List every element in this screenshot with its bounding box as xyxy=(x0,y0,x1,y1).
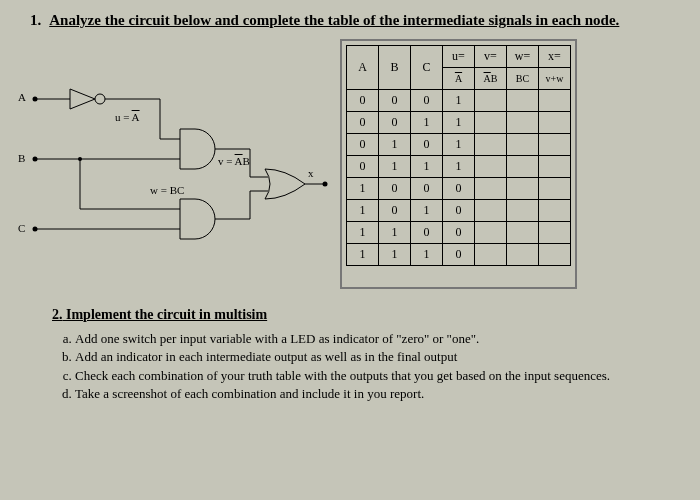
list-item: Take a screenshot of each combination an… xyxy=(75,386,670,402)
header-row-1: A B C u= v= w= x= xyxy=(347,46,571,68)
svg-marker-2 xyxy=(70,89,95,109)
table-row: 0011 xyxy=(347,112,571,134)
cell-empty xyxy=(539,156,571,178)
content-row: A B C u = A v = AB w = BC x A B C u= v= … xyxy=(30,39,670,289)
q1-text: Analyze the circuit below and complete t… xyxy=(49,12,619,29)
table-row: 0101 xyxy=(347,134,571,156)
list-item: Add one switch per input variable with a… xyxy=(75,331,670,347)
truth-table-wrap: A B C u= v= w= x= A AB BC v+w 0001001101… xyxy=(340,39,577,289)
cell-empty xyxy=(475,112,507,134)
svg-point-8 xyxy=(33,157,38,162)
cell-empty xyxy=(539,222,571,244)
cell: 1 xyxy=(347,222,379,244)
table-row: 1010 xyxy=(347,200,571,222)
cell-empty xyxy=(507,112,539,134)
list-item: Check each combination of your truth tab… xyxy=(75,368,670,384)
cell: 1 xyxy=(379,222,411,244)
cell-empty xyxy=(475,90,507,112)
table-row: 1000 xyxy=(347,178,571,200)
question-2-header: 2. Implement the circuit in multisim xyxy=(52,307,670,323)
cell-empty xyxy=(507,156,539,178)
label-b: B xyxy=(18,152,25,164)
cell-empty xyxy=(475,134,507,156)
th-c: C xyxy=(411,46,443,90)
cell-u: 1 xyxy=(443,112,475,134)
cell-empty xyxy=(507,222,539,244)
cell-empty xyxy=(507,134,539,156)
table-row: 0111 xyxy=(347,156,571,178)
cell-empty xyxy=(507,200,539,222)
svg-point-3 xyxy=(95,94,105,104)
cell: 1 xyxy=(411,156,443,178)
cell-empty xyxy=(507,178,539,200)
svg-point-1 xyxy=(33,97,38,102)
cell-empty xyxy=(475,156,507,178)
th2-x: v+w xyxy=(539,68,571,90)
cell: 1 xyxy=(411,112,443,134)
cell: 1 xyxy=(347,244,379,266)
svg-point-21 xyxy=(323,182,328,187)
table-row: 1100 xyxy=(347,222,571,244)
th-w: w= xyxy=(507,46,539,68)
cell: 0 xyxy=(379,178,411,200)
cell-empty xyxy=(539,244,571,266)
cell-u: 0 xyxy=(443,200,475,222)
th-b: B xyxy=(379,46,411,90)
cell: 1 xyxy=(347,178,379,200)
cell: 0 xyxy=(379,90,411,112)
label-x: x xyxy=(308,167,314,179)
cell-u: 1 xyxy=(443,156,475,178)
th-x: x= xyxy=(539,46,571,68)
q2-number: 2. xyxy=(52,307,63,322)
table-row: 0001 xyxy=(347,90,571,112)
cell-u: 0 xyxy=(443,178,475,200)
cell: 0 xyxy=(411,90,443,112)
cell-empty xyxy=(539,178,571,200)
cell: 0 xyxy=(379,112,411,134)
cell-empty xyxy=(539,134,571,156)
cell: 1 xyxy=(379,156,411,178)
q2-list: Add one switch per input variable with a… xyxy=(75,331,670,402)
cell-empty xyxy=(507,90,539,112)
table-row: 1110 xyxy=(347,244,571,266)
truth-table: A B C u= v= w= x= A AB BC v+w 0001001101… xyxy=(346,45,571,266)
svg-point-13 xyxy=(33,227,38,232)
cell: 1 xyxy=(347,200,379,222)
cell: 1 xyxy=(411,200,443,222)
th-v: v= xyxy=(475,46,507,68)
cell-empty xyxy=(539,90,571,112)
cell: 0 xyxy=(347,156,379,178)
th-a: A xyxy=(347,46,379,90)
cell: 1 xyxy=(411,244,443,266)
cell-empty xyxy=(539,112,571,134)
label-a: A xyxy=(18,91,26,103)
cell-empty xyxy=(507,244,539,266)
circuit-diagram: A B C u = A v = AB w = BC x xyxy=(30,69,330,289)
th2-u: A xyxy=(443,68,475,90)
label-u: u = A xyxy=(115,111,140,123)
cell: 1 xyxy=(379,244,411,266)
q2-text: Implement the circuit in multisim xyxy=(66,307,267,322)
cell-empty xyxy=(539,200,571,222)
th-u: u= xyxy=(443,46,475,68)
label-v: v = AB xyxy=(218,155,250,167)
cell: 0 xyxy=(347,90,379,112)
th2-v: AB xyxy=(475,68,507,90)
cell-u: 1 xyxy=(443,134,475,156)
cell: 0 xyxy=(411,178,443,200)
cell-empty xyxy=(475,178,507,200)
label-w: w = BC xyxy=(150,184,184,196)
cell-u: 0 xyxy=(443,244,475,266)
cell: 1 xyxy=(379,134,411,156)
cell-empty xyxy=(475,222,507,244)
cell: 0 xyxy=(411,222,443,244)
question-1-header: 1. Analyze the circuit below and complet… xyxy=(30,12,670,29)
cell: 0 xyxy=(411,134,443,156)
q1-number: 1. xyxy=(30,12,41,29)
list-item: Add an indicator in each intermediate ou… xyxy=(75,349,670,365)
cell-empty xyxy=(475,200,507,222)
cell-empty xyxy=(475,244,507,266)
cell-u: 1 xyxy=(443,90,475,112)
cell: 0 xyxy=(379,200,411,222)
cell: 0 xyxy=(347,134,379,156)
